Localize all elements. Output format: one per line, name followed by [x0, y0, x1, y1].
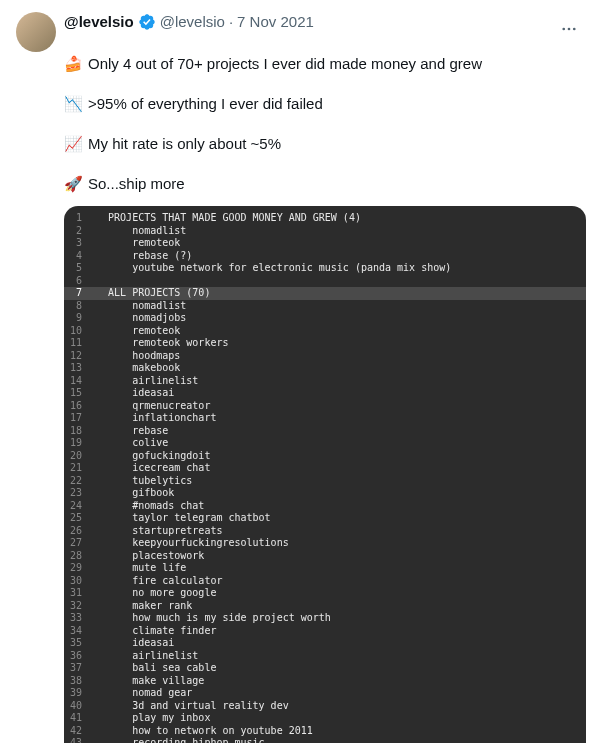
line-number: 27 [64, 537, 90, 550]
line-number: 41 [64, 712, 90, 725]
code-content: play my inbox [90, 712, 586, 725]
line-number: 12 [64, 350, 90, 363]
code-content: colive [90, 437, 586, 450]
post-date[interactable]: 7 Nov 2021 [237, 12, 314, 32]
line-number: 29 [64, 562, 90, 575]
line-number: 42 [64, 725, 90, 738]
more-icon [560, 20, 578, 38]
code-line: 1 PROJECTS THAT MADE GOOD MONEY AND GREW… [64, 212, 586, 225]
code-content: maker rank [90, 600, 586, 613]
line-number: 21 [64, 462, 90, 475]
line-number: 17 [64, 412, 90, 425]
code-line: 25 taylor telegram chatbot [64, 512, 586, 525]
avatar[interactable] [16, 12, 56, 52]
code-line: 22 tubelytics [64, 475, 586, 488]
line-number: 5 [64, 262, 90, 275]
code-line: 4 rebase (?) [64, 250, 586, 263]
line-number: 32 [64, 600, 90, 613]
code-line: 38 make village [64, 675, 586, 688]
code-line: 35 ideasai [64, 637, 586, 650]
line-number: 38 [64, 675, 90, 688]
tweet-text-line: 📈My hit rate is only about ~5% [64, 134, 586, 154]
code-content: nomadlist [90, 300, 586, 313]
code-line: 5 youtube network for electronic music (… [64, 262, 586, 275]
code-line: 37 bali sea cable [64, 662, 586, 675]
line-number: 39 [64, 687, 90, 700]
tweet-header: @levelsio @levelsio · 7 Nov 2021 [16, 12, 586, 52]
code-content: remoteok [90, 325, 586, 338]
line-number: 24 [64, 500, 90, 513]
line-number: 36 [64, 650, 90, 663]
code-line: 11 remoteok workers [64, 337, 586, 350]
code-content: inflationchart [90, 412, 586, 425]
code-line: 13 makebook [64, 362, 586, 375]
line-number: 2 [64, 225, 90, 238]
code-content: placestowork [90, 550, 586, 563]
code-line: 29 mute life [64, 562, 586, 575]
code-line: 33 how much is my side project worth [64, 612, 586, 625]
svg-point-0 [562, 28, 565, 31]
emoji: 🚀 [64, 174, 82, 194]
separator-dot: · [229, 12, 233, 32]
code-content: rebase [90, 425, 586, 438]
code-line: 30 fire calculator [64, 575, 586, 588]
code-content: how much is my side project worth [90, 612, 586, 625]
code-line: 40 3d and virtual reality dev [64, 700, 586, 713]
more-button[interactable] [552, 12, 586, 46]
code-line: 36 airlinelist [64, 650, 586, 663]
code-line: 43 recording hiphop music [64, 737, 586, 743]
tweet-text: >95% of everything I ever did failed [88, 94, 323, 114]
code-line: 7 ALL PROJECTS (70) [64, 287, 586, 300]
code-content: nomad gear [90, 687, 586, 700]
line-number: 1 [64, 212, 90, 225]
code-content: mute life [90, 562, 586, 575]
code-content: rebase (?) [90, 250, 586, 263]
line-number: 37 [64, 662, 90, 675]
code-image[interactable]: 1 PROJECTS THAT MADE GOOD MONEY AND GREW… [64, 206, 586, 743]
code-content: startupretreats [90, 525, 586, 538]
code-content: ideasai [90, 387, 586, 400]
code-content: tubelytics [90, 475, 586, 488]
code-content: hoodmaps [90, 350, 586, 363]
header-text: @levelsio @levelsio · 7 Nov 2021 [64, 12, 544, 32]
code-line: 41 play my inbox [64, 712, 586, 725]
code-line: 27 keepyourfuckingresolutions [64, 537, 586, 550]
code-content: make village [90, 675, 586, 688]
code-content: remoteok workers [90, 337, 586, 350]
code-content: gofuckingdoit [90, 450, 586, 463]
line-number: 4 [64, 250, 90, 263]
line-number: 23 [64, 487, 90, 500]
tweet-body: 🍰Only 4 out of 70+ projects I ever did m… [64, 54, 586, 743]
line-number: 25 [64, 512, 90, 525]
line-number: 3 [64, 237, 90, 250]
line-number: 19 [64, 437, 90, 450]
code-content: gifbook [90, 487, 586, 500]
line-number: 34 [64, 625, 90, 638]
handle[interactable]: @levelsio [160, 12, 225, 32]
line-number: 9 [64, 312, 90, 325]
code-content: recording hiphop music [90, 737, 586, 743]
code-line: 6 [64, 275, 586, 288]
code-content: ALL PROJECTS (70) [90, 287, 586, 300]
line-number: 6 [64, 275, 90, 288]
svg-point-1 [568, 28, 571, 31]
verified-badge-icon [138, 13, 156, 31]
code-line: 3 remoteok [64, 237, 586, 250]
code-content: PROJECTS THAT MADE GOOD MONEY AND GREW (… [90, 212, 586, 225]
code-line: 42 how to network on youtube 2011 [64, 725, 586, 738]
code-line: 16 qrmenucreator [64, 400, 586, 413]
code-content: icecream chat [90, 462, 586, 475]
code-line: 24 #nomads chat [64, 500, 586, 513]
code-line: 10 remoteok [64, 325, 586, 338]
code-line: 12 hoodmaps [64, 350, 586, 363]
line-number: 7 [64, 287, 90, 300]
line-number: 11 [64, 337, 90, 350]
line-number: 43 [64, 737, 90, 743]
line-number: 26 [64, 525, 90, 538]
line-number: 28 [64, 550, 90, 563]
code-line: 31 no more google [64, 587, 586, 600]
code-line: 14 airlinelist [64, 375, 586, 388]
line-number: 33 [64, 612, 90, 625]
display-name[interactable]: @levelsio [64, 12, 134, 32]
code-content: no more google [90, 587, 586, 600]
